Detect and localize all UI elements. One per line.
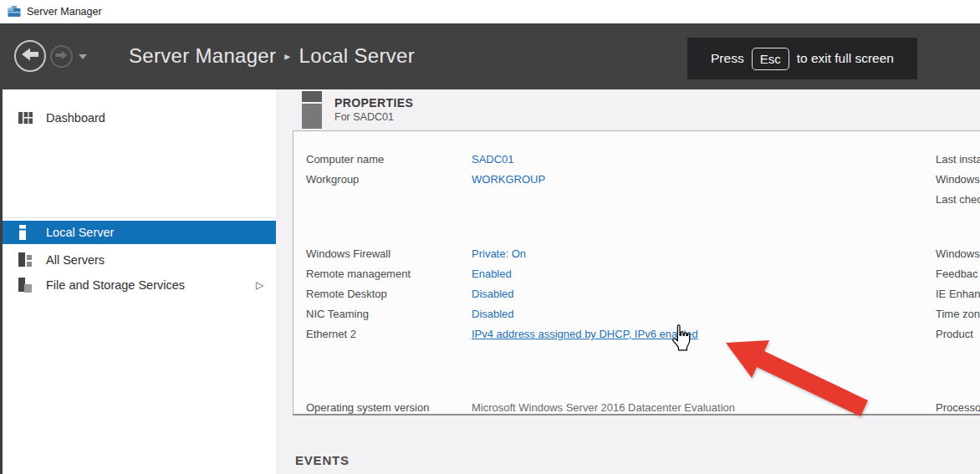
property-label-right: Processo xyxy=(936,401,980,414)
server-manager-toolbox-icon xyxy=(7,4,22,18)
sidebar-item-local-server[interactable]: Local Server xyxy=(0,221,276,244)
property-label: Workgroup xyxy=(306,173,359,186)
sidebar-item-label: File and Storage Services xyxy=(46,278,185,292)
breadcrumb-current[interactable]: Local Server xyxy=(299,44,415,67)
property-label: Windows Firewall xyxy=(306,247,390,260)
properties-title: PROPERTIES xyxy=(334,96,413,110)
workgroup-link[interactable]: WORKGROUP xyxy=(472,173,545,186)
breadcrumb: Server Manager▸Local Server xyxy=(129,44,415,68)
server-icon xyxy=(18,225,35,240)
esc-key-badge: Esc xyxy=(752,48,789,70)
properties-panel: Computer name SADC01 Workgroup WORKGROUP… xyxy=(293,130,980,415)
sidebar: Dashboard Local Server All Servers xyxy=(0,89,276,474)
expand-chevron-icon[interactable]: ▷ xyxy=(256,279,263,291)
property-label-right: Last insta xyxy=(936,153,980,166)
all-servers-icon xyxy=(18,252,35,268)
arrow-left-circle-icon xyxy=(20,46,40,66)
property-label-right: IE Enhan xyxy=(936,288,980,300)
window-left-edge xyxy=(0,89,3,474)
sidebar-item-label: All Servers xyxy=(46,253,105,267)
sidebar-item-label: Local Server xyxy=(46,226,114,239)
forward-button[interactable] xyxy=(50,45,73,68)
computer-name-link[interactable]: SADC01 xyxy=(472,153,514,166)
property-label: Operating system version xyxy=(306,401,429,414)
windows-firewall-link[interactable]: Private: On xyxy=(472,247,526,260)
sidebar-item-all-servers[interactable]: All Servers xyxy=(0,248,276,272)
property-label-right: Windows xyxy=(936,247,980,260)
ethernet2-address-link[interactable]: IPv4 address assigned by DHCP, IPv6 enab… xyxy=(472,328,698,340)
sidebar-item-label: Dashboard xyxy=(46,111,105,125)
breadcrumb-root[interactable]: Server Manager xyxy=(129,44,276,67)
window-title: Server Manager xyxy=(27,6,102,18)
hint-prefix: Press xyxy=(711,51,744,66)
history-dropdown-caret-icon[interactable] xyxy=(79,54,87,59)
property-label-right: Last chec xyxy=(936,193,980,206)
remote-management-link[interactable]: Enabled xyxy=(472,268,512,280)
sidebar-item-file-storage-services[interactable]: File and Storage Services ▷ xyxy=(0,273,276,297)
file-storage-icon xyxy=(18,278,35,293)
property-label-right: Feedbac xyxy=(936,268,978,280)
fullscreen-exit-hint: Press Esc to exit full screen xyxy=(687,38,917,79)
property-label-right: Time zon xyxy=(936,308,980,320)
properties-subtitle: For SADC01 xyxy=(334,111,394,123)
sidebar-item-dashboard[interactable]: Dashboard xyxy=(0,106,276,130)
sidebar-divider xyxy=(0,217,276,218)
property-label-right: Product xyxy=(936,328,973,340)
os-version-value: Microsoft Windows Server 2016 Datacenter… xyxy=(472,401,735,414)
arrow-right-circle-icon xyxy=(54,49,69,64)
nic-teaming-link[interactable]: Disabled xyxy=(472,308,514,320)
property-label: Remote Desktop xyxy=(306,288,387,300)
events-section-title: EVENTS xyxy=(295,453,350,467)
property-label: NIC Teaming xyxy=(306,308,369,320)
window-titlebar: Server Manager xyxy=(0,0,980,23)
property-label: Remote management xyxy=(306,268,411,280)
remote-desktop-link[interactable]: Disabled xyxy=(472,288,514,300)
navigation-bar: Server Manager▸Local Server Press Esc to… xyxy=(0,23,980,89)
property-label: Computer name xyxy=(306,153,384,166)
breadcrumb-separator-icon: ▸ xyxy=(284,49,290,63)
property-label: Ethernet 2 xyxy=(306,328,356,340)
hint-suffix: to exit full screen xyxy=(797,51,894,66)
properties-tile-icon xyxy=(302,91,322,129)
property-label-right: Windows xyxy=(936,173,980,186)
back-button[interactable] xyxy=(14,40,46,72)
dashboard-grid-icon xyxy=(18,110,35,125)
